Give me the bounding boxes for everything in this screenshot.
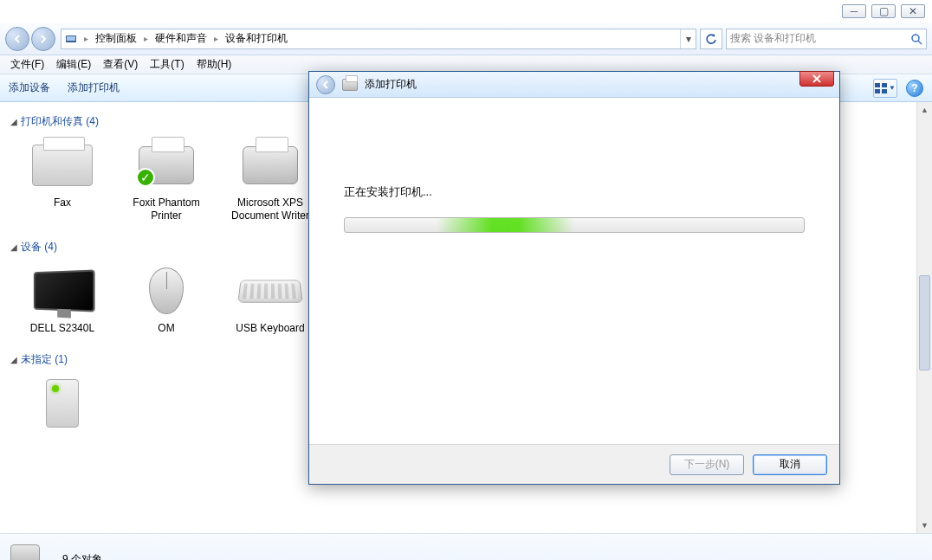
collapse-icon: ◢ [10, 117, 17, 126]
device-foxit-printer[interactable]: ✓ Foxit Phantom Printer [123, 138, 210, 222]
menu-edit[interactable]: 编辑(E) [51, 55, 96, 74]
search-placeholder: 搜索 设备和打印机 [730, 31, 816, 46]
dialog-back-button[interactable] [316, 75, 335, 94]
dialog-body: 正在安装打印机... [309, 98, 839, 233]
scroll-up-icon[interactable]: ▲ [917, 102, 932, 118]
mouse-icon [149, 267, 184, 314]
devices-summary-icon [10, 539, 52, 561]
printer-icon: ✓ [139, 146, 194, 184]
menu-view[interactable]: 查看(V) [98, 55, 143, 74]
menu-tools[interactable]: 工具(T) [145, 55, 189, 74]
group-devices-title: 设备 (4) [21, 240, 57, 254]
next-button: 下一步(N) [670, 454, 744, 475]
scroll-thumb[interactable] [919, 275, 930, 370]
dialog-titlebar: 添加打印机 [309, 72, 839, 98]
device-keyboard[interactable]: USB Keyboard [227, 263, 314, 335]
device-fax[interactable]: Fax [19, 138, 106, 222]
navigation-bar: ▸ 控制面板 ▸ 硬件和声音 ▸ 设备和打印机 ▾ 搜索 设备和打印机 [0, 23, 932, 55]
install-status-text: 正在安装打印机... [344, 184, 805, 200]
dialog-close-button[interactable] [799, 71, 834, 87]
device-monitor[interactable]: DELL S2340L [19, 263, 106, 335]
help-button[interactable]: ? [906, 80, 923, 97]
device-mouse[interactable]: OM [123, 263, 210, 335]
add-printer-link[interactable]: 添加打印机 [68, 80, 120, 95]
svg-rect-7 [882, 89, 887, 93]
svg-rect-1 [67, 36, 75, 41]
dialog-footer: 下一步(N) 取消 [309, 444, 839, 484]
scroll-down-icon[interactable]: ▼ [917, 518, 932, 533]
svg-rect-6 [875, 89, 880, 93]
device-xps-writer[interactable]: Microsoft XPS Document Writer [227, 138, 314, 222]
forward-button[interactable] [31, 27, 55, 51]
add-device-link[interactable]: 添加设备 [9, 80, 50, 95]
keyboard-icon [237, 280, 303, 303]
breadcrumb-leaf[interactable]: 设备和打印机 [222, 29, 291, 48]
maximize-button[interactable]: ▢ [871, 4, 896, 18]
address-dropdown-icon[interactable]: ▾ [680, 29, 696, 48]
group-unspecified-title: 未指定 (1) [21, 352, 68, 367]
svg-line-3 [918, 41, 922, 44]
svg-rect-4 [875, 83, 880, 87]
menu-file[interactable]: 文件(F) [5, 55, 49, 74]
search-input[interactable]: 搜索 设备和打印机 [726, 29, 927, 49]
status-bar: 9 个对象 [0, 533, 932, 560]
vertical-scrollbar[interactable]: ▲ ▼ [916, 102, 932, 533]
search-icon [910, 33, 922, 45]
fax-icon [32, 145, 93, 186]
view-mode-button[interactable]: ▼ [873, 79, 897, 98]
address-bar[interactable]: ▸ 控制面板 ▸ 硬件和声音 ▸ 设备和打印机 ▾ [61, 29, 696, 49]
chevron-right-icon: ▸ [210, 34, 222, 43]
object-count-label: 9 个对象 [62, 552, 102, 560]
group-printers-title: 打印机和传真 (4) [21, 114, 99, 129]
collapse-icon: ◢ [10, 242, 17, 252]
cancel-button[interactable]: 取消 [753, 454, 827, 475]
progress-bar [344, 217, 805, 233]
default-check-icon: ✓ [136, 168, 155, 187]
device-unspecified[interactable] [19, 376, 106, 434]
server-icon [46, 379, 79, 428]
svg-point-2 [912, 35, 919, 42]
window-close-button[interactable]: ✕ [901, 4, 925, 18]
breadcrumb-root[interactable]: 控制面板 [92, 29, 140, 48]
control-panel-icon [61, 33, 81, 45]
printer-icon [342, 79, 358, 91]
chevron-right-icon: ▸ [140, 34, 152, 43]
printer-icon [243, 146, 298, 184]
collapse-icon: ◢ [10, 355, 17, 364]
refresh-button[interactable] [700, 29, 722, 49]
breadcrumb-mid[interactable]: 硬件和声音 [152, 29, 210, 48]
monitor-icon [34, 269, 95, 312]
menu-help[interactable]: 帮助(H) [191, 55, 237, 74]
svg-rect-5 [882, 83, 887, 87]
add-printer-dialog: 添加打印机 正在安装打印机... 下一步(N) 取消 [308, 71, 840, 485]
chevron-right-icon: ▸ [81, 34, 92, 43]
window-controls: ─ ▢ ✕ [842, 4, 925, 18]
dialog-title: 添加打印机 [365, 77, 417, 92]
progress-indicator [437, 218, 574, 232]
back-button[interactable] [5, 27, 29, 51]
minimize-button[interactable]: ─ [842, 4, 866, 18]
chevron-down-icon: ▼ [889, 84, 896, 92]
